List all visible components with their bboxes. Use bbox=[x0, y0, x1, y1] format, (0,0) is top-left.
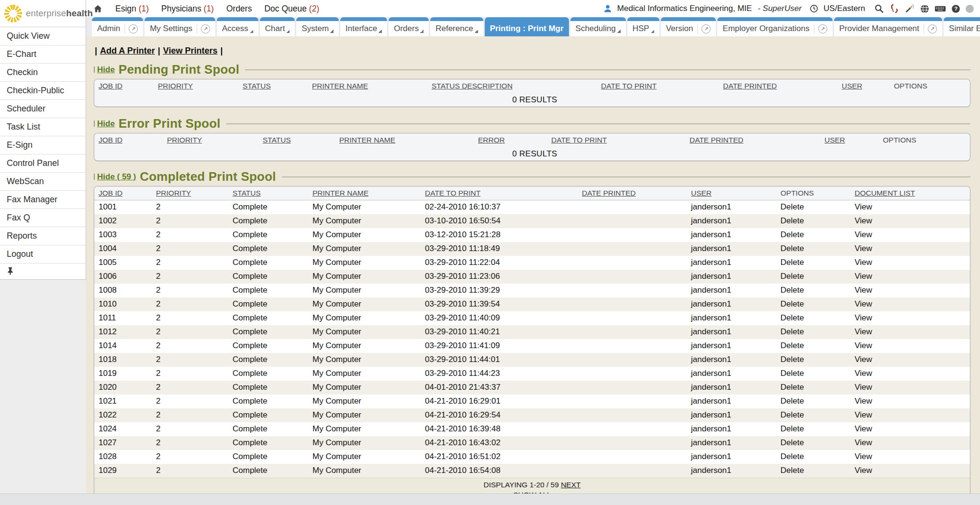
view-link[interactable]: View bbox=[855, 355, 872, 364]
delete-link[interactable]: Delete bbox=[780, 383, 804, 392]
sort-link-user[interactable]: USER bbox=[691, 189, 712, 197]
delete-link[interactable]: Delete bbox=[780, 244, 804, 253]
delete-link[interactable]: Delete bbox=[780, 369, 804, 378]
pending-hide-link[interactable]: Hide bbox=[97, 65, 115, 75]
view-printers-link[interactable]: View Printers bbox=[163, 46, 218, 55]
sidebar-item-quick-view[interactable]: Quick View bbox=[0, 27, 86, 45]
tab-scheduling[interactable]: Scheduling bbox=[570, 17, 626, 36]
sort-link-printer-name[interactable]: PRINTER NAME bbox=[312, 189, 368, 197]
delete-link[interactable]: Delete bbox=[780, 299, 804, 308]
tab-similar-exposure-groups-segs[interactable]: Similar Exposure Groups (SEGs)↗ bbox=[944, 17, 980, 36]
delete-link[interactable]: Delete bbox=[780, 285, 804, 295]
sort-link-date-to-print[interactable]: DATE TO PRINT bbox=[425, 189, 480, 197]
tab-interface[interactable]: Interface bbox=[340, 17, 387, 36]
delete-link[interactable]: Delete bbox=[780, 452, 804, 461]
view-link[interactable]: View bbox=[855, 258, 872, 267]
delete-link[interactable]: Delete bbox=[780, 272, 804, 281]
sort-link-status[interactable]: STATUS bbox=[263, 136, 291, 144]
sort-link-user[interactable]: USER bbox=[824, 136, 845, 144]
popout-icon[interactable]: ↗ bbox=[129, 24, 138, 33]
sidebar-item-e-chart[interactable]: E-Chart bbox=[0, 45, 86, 64]
topbar-link-physicians[interactable]: Physicians (1) bbox=[161, 4, 214, 14]
view-link[interactable]: View bbox=[855, 230, 872, 239]
sort-link-date-printed[interactable]: DATE PRINTED bbox=[690, 136, 744, 144]
sort-link-priority[interactable]: PRIORITY bbox=[156, 189, 191, 197]
tab-my-settings[interactable]: My Settings↗ bbox=[145, 17, 215, 36]
delete-link[interactable]: Delete bbox=[780, 327, 804, 336]
broken-link-icon[interactable] bbox=[889, 3, 900, 14]
view-link[interactable]: View bbox=[855, 244, 872, 253]
sort-link-job-id[interactable]: JOB ID bbox=[99, 189, 122, 197]
sort-link-date-printed[interactable]: DATE PRINTED bbox=[582, 189, 636, 197]
popout-icon[interactable]: ↗ bbox=[818, 24, 827, 33]
delete-link[interactable]: Delete bbox=[780, 313, 804, 322]
sort-link-priority[interactable]: PRIORITY bbox=[167, 136, 202, 144]
sidebar-item-checkin[interactable]: Checkin bbox=[0, 64, 86, 82]
view-link[interactable]: View bbox=[855, 383, 872, 392]
delete-link[interactable]: Delete bbox=[780, 258, 804, 267]
tab-system[interactable]: System bbox=[296, 17, 339, 36]
completed-hide-link[interactable]: Hide ( 59 ) bbox=[97, 172, 136, 182]
popout-icon[interactable]: ↗ bbox=[928, 24, 937, 33]
sidebar-item-e-sign[interactable]: E-Sign bbox=[0, 136, 86, 154]
sidebar-item-scheduler[interactable]: Scheduler bbox=[0, 100, 86, 118]
delete-link[interactable]: Delete bbox=[780, 355, 804, 364]
tab-hsp[interactable]: HSP bbox=[627, 17, 659, 36]
view-link[interactable]: View bbox=[855, 438, 872, 447]
sort-link-status[interactable]: STATUS bbox=[243, 82, 271, 90]
sidebar-item-checkin-public[interactable]: Checkin-Public bbox=[0, 82, 86, 100]
add-a-printer-link[interactable]: Add A Printer bbox=[100, 46, 155, 55]
view-link[interactable]: View bbox=[855, 202, 872, 211]
help-icon[interactable]: ? bbox=[951, 4, 961, 14]
sidebar-pin-row[interactable] bbox=[0, 263, 86, 278]
delete-link[interactable]: Delete bbox=[780, 230, 804, 239]
sort-link-status[interactable]: STATUS bbox=[233, 189, 261, 197]
view-link[interactable]: View bbox=[855, 466, 872, 475]
view-link[interactable]: View bbox=[855, 452, 872, 461]
tab-reference[interactable]: Reference bbox=[430, 17, 483, 36]
view-link[interactable]: View bbox=[855, 369, 872, 378]
sidebar-item-task-list[interactable]: Task List bbox=[0, 118, 86, 136]
sidebar-item-logout[interactable]: Logout bbox=[0, 245, 86, 263]
sidebar-item-fax-manager[interactable]: Fax Manager bbox=[0, 191, 86, 209]
tab-access[interactable]: Access bbox=[217, 17, 258, 36]
sidebar-item-control-panel[interactable]: Control Panel bbox=[0, 154, 86, 173]
search-icon[interactable] bbox=[874, 3, 884, 14]
delete-link[interactable]: Delete bbox=[780, 202, 804, 211]
tab-employer-organizations[interactable]: Employer Organizations↗ bbox=[717, 17, 832, 36]
globe-icon[interactable] bbox=[920, 4, 930, 14]
pin-icon[interactable] bbox=[7, 267, 14, 275]
view-link[interactable]: View bbox=[855, 327, 872, 336]
view-link[interactable]: View bbox=[855, 313, 872, 322]
sort-link-date-to-print[interactable]: DATE TO PRINT bbox=[601, 82, 657, 90]
tab-printing-print-mgr[interactable]: Printing : Print Mgr bbox=[485, 17, 569, 36]
tab-chart[interactable]: Chart bbox=[260, 17, 295, 36]
tab-provider-management[interactable]: Provider Management↗ bbox=[834, 17, 942, 36]
view-link[interactable]: View bbox=[855, 424, 872, 433]
sort-link-document-list[interactable]: DOCUMENT LIST bbox=[855, 189, 915, 197]
delete-link[interactable]: Delete bbox=[780, 424, 804, 433]
delete-link[interactable]: Delete bbox=[780, 466, 804, 475]
sort-link-job-id[interactable]: JOB ID bbox=[99, 136, 122, 144]
topbar-link-doc-queue[interactable]: Doc Queue (2) bbox=[264, 4, 319, 14]
view-link[interactable]: View bbox=[855, 341, 872, 350]
view-link[interactable]: View bbox=[855, 299, 872, 308]
sort-link-printer-name[interactable]: PRINTER NAME bbox=[339, 136, 395, 144]
organization-name[interactable]: Medical Informatics Engineering, MIE bbox=[617, 4, 752, 13]
view-link[interactable]: View bbox=[855, 216, 872, 225]
view-link[interactable]: View bbox=[855, 272, 872, 281]
view-link[interactable]: View bbox=[855, 396, 872, 406]
delete-link[interactable]: Delete bbox=[780, 216, 804, 225]
tab-version[interactable]: Version↗ bbox=[661, 17, 716, 36]
error-hide-link[interactable]: Hide bbox=[97, 119, 115, 129]
sort-link-error[interactable]: ERROR bbox=[478, 136, 505, 144]
view-link[interactable]: View bbox=[855, 410, 872, 419]
topbar-link-orders[interactable]: Orders bbox=[226, 4, 252, 14]
delete-link[interactable]: Delete bbox=[780, 438, 804, 447]
keyboard-icon[interactable] bbox=[935, 4, 946, 13]
home-icon[interactable] bbox=[93, 4, 103, 14]
tab-admin[interactable]: Admin↗ bbox=[92, 17, 143, 36]
delete-link[interactable]: Delete bbox=[780, 410, 804, 419]
sidebar-item-fax-q[interactable]: Fax Q bbox=[0, 209, 86, 227]
sort-link-user[interactable]: USER bbox=[842, 82, 862, 90]
